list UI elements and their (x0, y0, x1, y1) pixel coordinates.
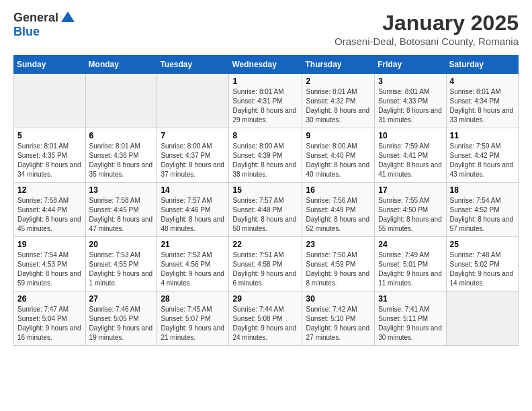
day-detail: Sunrise: 7:58 AM Sunset: 4:45 PM Dayligh… (89, 196, 154, 234)
day-detail: Sunrise: 7:45 AM Sunset: 5:07 PM Dayligh… (161, 305, 225, 342)
day-detail: Sunrise: 8:01 AM Sunset: 4:34 PM Dayligh… (450, 87, 515, 125)
day-detail: Sunrise: 7:49 AM Sunset: 5:01 PM Dayligh… (378, 250, 442, 288)
calendar-cell: 4Sunrise: 8:01 AM Sunset: 4:34 PM Daylig… (446, 74, 518, 128)
calendar-subtitle: Oraseni-Deal, Botosani County, Romania (335, 36, 519, 47)
calendar-cell: 29Sunrise: 7:44 AM Sunset: 5:08 PM Dayli… (229, 291, 302, 346)
calendar-header-row: SundayMondayTuesdayWednesdayThursdayFrid… (14, 56, 519, 74)
calendar-title: January 2025 (335, 11, 519, 36)
day-number: 22 (232, 240, 298, 249)
calendar-cell: 25Sunrise: 7:48 AM Sunset: 5:02 PM Dayli… (446, 237, 518, 291)
calendar-cell (446, 291, 518, 346)
calendar-cell: 27Sunrise: 7:46 AM Sunset: 5:05 PM Dayli… (85, 291, 157, 346)
day-number: 26 (17, 294, 82, 304)
calendar-cell: 30Sunrise: 7:42 AM Sunset: 5:10 PM Dayli… (302, 291, 375, 346)
calendar-cell: 10Sunrise: 7:59 AM Sunset: 4:41 PM Dayli… (375, 128, 446, 183)
calendar-cell: 23Sunrise: 7:50 AM Sunset: 4:59 PM Dayli… (302, 237, 375, 291)
day-number: 24 (378, 240, 442, 249)
calendar-cell: 5Sunrise: 8:01 AM Sunset: 4:35 PM Daylig… (14, 128, 86, 183)
day-number: 11 (450, 131, 515, 140)
day-number: 16 (306, 185, 371, 195)
day-number: 23 (306, 240, 371, 249)
day-detail: Sunrise: 7:46 AM Sunset: 5:05 PM Dayligh… (89, 305, 154, 342)
calendar-cell: 11Sunrise: 7:59 AM Sunset: 4:42 PM Dayli… (446, 128, 518, 183)
title-section: January 2025 Oraseni-Deal, Botosani Coun… (335, 11, 519, 47)
calendar-cell: 28Sunrise: 7:45 AM Sunset: 5:07 PM Dayli… (157, 291, 229, 346)
calendar-cell: 1Sunrise: 8:01 AM Sunset: 4:31 PM Daylig… (229, 74, 302, 128)
calendar-cell: 24Sunrise: 7:49 AM Sunset: 5:01 PM Dayli… (375, 237, 446, 291)
calendar-cell (85, 74, 157, 128)
day-of-week-header: Monday (85, 56, 157, 74)
day-detail: Sunrise: 7:47 AM Sunset: 5:04 PM Dayligh… (17, 305, 82, 342)
calendar-cell: 20Sunrise: 7:53 AM Sunset: 4:55 PM Dayli… (85, 237, 157, 291)
calendar-cell: 6Sunrise: 8:01 AM Sunset: 4:36 PM Daylig… (85, 128, 157, 183)
day-detail: Sunrise: 7:50 AM Sunset: 4:59 PM Dayligh… (306, 250, 371, 288)
day-number: 15 (232, 185, 298, 195)
calendar-cell (157, 74, 229, 128)
day-detail: Sunrise: 7:41 AM Sunset: 5:11 PM Dayligh… (378, 305, 442, 342)
calendar-cell (14, 74, 86, 128)
day-number: 31 (378, 294, 442, 304)
logo-general-text: General (13, 11, 58, 25)
calendar-cell: 31Sunrise: 7:41 AM Sunset: 5:11 PM Dayli… (375, 291, 446, 346)
calendar-cell: 3Sunrise: 8:01 AM Sunset: 4:33 PM Daylig… (375, 74, 446, 128)
day-detail: Sunrise: 7:57 AM Sunset: 4:46 PM Dayligh… (161, 196, 225, 234)
calendar-week-row: 19Sunrise: 7:54 AM Sunset: 4:53 PM Dayli… (14, 237, 519, 291)
day-detail: Sunrise: 8:00 AM Sunset: 4:39 PM Dayligh… (232, 142, 298, 179)
day-detail: Sunrise: 8:01 AM Sunset: 4:31 PM Dayligh… (232, 87, 298, 125)
calendar-cell: 13Sunrise: 7:58 AM Sunset: 4:45 PM Dayli… (85, 183, 157, 237)
day-number: 19 (17, 240, 82, 249)
calendar-cell: 12Sunrise: 7:58 AM Sunset: 4:44 PM Dayli… (14, 183, 86, 237)
day-detail: Sunrise: 8:01 AM Sunset: 4:36 PM Dayligh… (89, 142, 154, 179)
day-number: 3 (378, 77, 442, 86)
day-detail: Sunrise: 7:58 AM Sunset: 4:44 PM Dayligh… (17, 196, 82, 234)
calendar-cell: 19Sunrise: 7:54 AM Sunset: 4:53 PM Dayli… (14, 237, 86, 291)
day-number: 9 (306, 131, 371, 140)
day-number: 8 (232, 131, 298, 140)
day-number: 17 (378, 185, 442, 195)
day-detail: Sunrise: 7:56 AM Sunset: 4:49 PM Dayligh… (306, 196, 371, 234)
calendar-cell: 2Sunrise: 8:01 AM Sunset: 4:32 PM Daylig… (302, 74, 375, 128)
day-number: 14 (161, 185, 225, 195)
day-number: 4 (450, 77, 515, 86)
calendar-cell: 21Sunrise: 7:52 AM Sunset: 4:56 PM Dayli… (157, 237, 229, 291)
calendar-cell: 18Sunrise: 7:54 AM Sunset: 4:52 PM Dayli… (446, 183, 518, 237)
calendar-cell: 15Sunrise: 7:57 AM Sunset: 4:48 PM Dayli… (229, 183, 302, 237)
day-number: 20 (89, 240, 154, 249)
day-of-week-header: Saturday (446, 56, 518, 74)
day-number: 18 (450, 185, 515, 195)
day-number: 25 (450, 240, 515, 249)
page-header: General Blue January 2025 Oraseni-Deal, … (13, 11, 519, 47)
calendar-week-row: 5Sunrise: 8:01 AM Sunset: 4:35 PM Daylig… (14, 128, 519, 183)
day-number: 28 (161, 294, 225, 304)
day-detail: Sunrise: 7:44 AM Sunset: 5:08 PM Dayligh… (232, 305, 298, 342)
calendar-cell: 17Sunrise: 7:55 AM Sunset: 4:50 PM Dayli… (375, 183, 446, 237)
day-detail: Sunrise: 7:48 AM Sunset: 5:02 PM Dayligh… (450, 250, 515, 288)
day-detail: Sunrise: 8:00 AM Sunset: 4:37 PM Dayligh… (161, 142, 225, 179)
day-of-week-header: Wednesday (229, 56, 302, 74)
day-of-week-header: Sunday (14, 56, 86, 74)
day-detail: Sunrise: 7:42 AM Sunset: 5:10 PM Dayligh… (306, 305, 371, 342)
day-number: 27 (89, 294, 154, 304)
calendar-table: SundayMondayTuesdayWednesdayThursdayFrid… (13, 55, 519, 346)
logo-triangle-icon (61, 11, 75, 22)
day-detail: Sunrise: 7:59 AM Sunset: 4:42 PM Dayligh… (450, 142, 515, 179)
day-detail: Sunrise: 7:59 AM Sunset: 4:41 PM Dayligh… (378, 142, 442, 179)
day-detail: Sunrise: 8:01 AM Sunset: 4:32 PM Dayligh… (306, 87, 371, 125)
calendar-cell: 22Sunrise: 7:51 AM Sunset: 4:58 PM Dayli… (229, 237, 302, 291)
day-number: 29 (232, 294, 298, 304)
day-number: 21 (161, 240, 225, 249)
logo-blue-text: Blue (13, 25, 40, 39)
day-of-week-header: Tuesday (157, 56, 229, 74)
day-detail: Sunrise: 7:54 AM Sunset: 4:52 PM Dayligh… (450, 196, 515, 234)
day-detail: Sunrise: 7:54 AM Sunset: 4:53 PM Dayligh… (17, 250, 82, 288)
day-number: 2 (306, 77, 371, 86)
day-number: 30 (306, 294, 371, 304)
day-number: 1 (232, 77, 298, 86)
day-number: 13 (89, 185, 154, 195)
calendar-cell: 7Sunrise: 8:00 AM Sunset: 4:37 PM Daylig… (157, 128, 229, 183)
day-number: 6 (89, 131, 154, 140)
day-detail: Sunrise: 8:01 AM Sunset: 4:35 PM Dayligh… (17, 142, 82, 179)
day-of-week-header: Friday (375, 56, 446, 74)
day-number: 5 (17, 131, 82, 140)
calendar-cell: 9Sunrise: 8:00 AM Sunset: 4:40 PM Daylig… (302, 128, 375, 183)
